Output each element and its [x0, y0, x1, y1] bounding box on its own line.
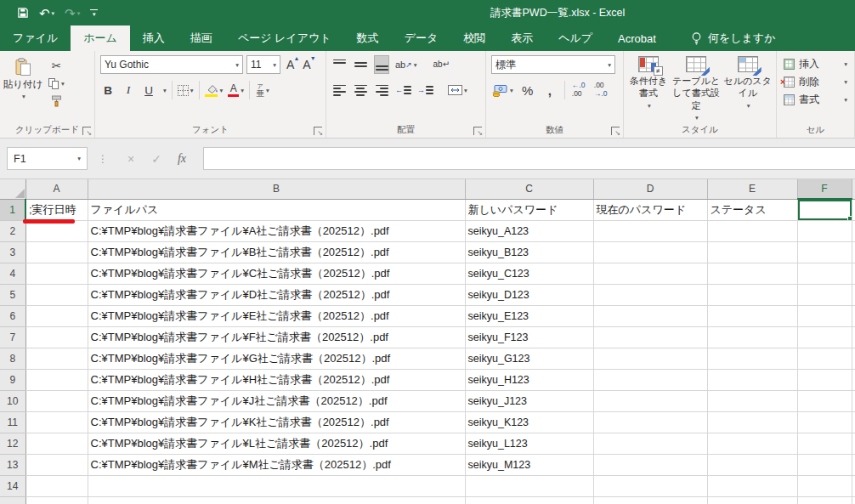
cell-C9[interactable]: seikyu_H123 [465, 369, 593, 390]
cell-E11[interactable] [707, 411, 797, 433]
number-format-select[interactable]: 標準▾ [491, 55, 615, 74]
cell-D9[interactable] [593, 369, 707, 390]
insert-cells-button[interactable]: 挿入 ▾ [779, 56, 852, 71]
font-name-select[interactable]: Yu Gothic▾ [100, 55, 243, 74]
cell-C7[interactable]: seikyu_F123 [465, 326, 593, 348]
cell-A3[interactable] [25, 241, 88, 263]
cell-D7[interactable] [593, 326, 707, 348]
row-header-2[interactable]: 2 [0, 220, 25, 241]
format-cells-button[interactable]: 書式 ▾ [779, 92, 852, 107]
cell-F12[interactable] [797, 433, 852, 454]
decrease-font-size-button[interactable]: A▼ [300, 58, 313, 71]
cell-B3[interactable]: C:¥TMP¥blog¥請求書ファイル¥B社ご請求書（202512）.pdf [88, 241, 465, 263]
tab-file[interactable]: ファイル [0, 25, 71, 51]
cell-F10[interactable] [797, 390, 852, 411]
cell-F6[interactable] [797, 305, 852, 326]
cell-E12[interactable] [707, 433, 797, 454]
cell-C11[interactable]: seikyu_K123 [465, 411, 593, 433]
chevron-down-icon[interactable]: ▾ [52, 10, 55, 16]
fill-handle[interactable] [847, 216, 852, 221]
cell-E2[interactable] [707, 220, 797, 241]
cell-C12[interactable]: seikyu_L123 [465, 433, 593, 454]
tab-page-layout[interactable]: ページ レイアウト [225, 25, 344, 51]
cell-F5[interactable] [797, 284, 852, 305]
cell-B1[interactable]: ファイルパス [88, 199, 465, 220]
font-color-button[interactable]: A▾ [228, 81, 244, 99]
chevron-down-icon[interactable]: ▾ [163, 87, 167, 94]
cell-C14[interactable] [465, 475, 593, 496]
cell-D10[interactable] [593, 390, 707, 411]
cell-B6[interactable]: C:¥TMP¥blog¥請求書ファイル¥E社ご請求書（202512）.pdf [88, 305, 465, 326]
cell-B15-partial[interactable] [88, 496, 465, 504]
cell-F7[interactable] [797, 326, 852, 348]
cell-A8[interactable] [25, 348, 88, 369]
cell-E1[interactable]: ステータス [707, 199, 797, 220]
column-header-D[interactable]: D [593, 179, 707, 199]
cell-F2[interactable] [797, 220, 852, 241]
cell-E9[interactable] [707, 369, 797, 390]
cell-A6[interactable] [25, 305, 88, 326]
cell-D2[interactable] [593, 220, 707, 241]
cell-A11[interactable] [25, 411, 88, 433]
cell-C13[interactable]: seikyu_M123 [465, 454, 593, 475]
tab-formulas[interactable]: 数式 [344, 25, 392, 51]
cell-A15-partial[interactable] [25, 496, 88, 504]
align-left-button[interactable] [331, 81, 347, 99]
chevron-down-icon[interactable]: ▾ [220, 87, 224, 94]
cell-C5[interactable]: seikyu_D123 [465, 284, 593, 305]
cell-C8[interactable]: seikyu_G123 [465, 348, 593, 369]
orientation-button[interactable]: ab↗▾ [395, 55, 417, 74]
row-header-4[interactable]: 4 [0, 263, 25, 284]
column-header-A[interactable]: A [25, 179, 88, 199]
cell-A2[interactable] [25, 220, 88, 241]
cell-B11[interactable]: C:¥TMP¥blog¥請求書ファイル¥K社ご請求書（202512）.pdf [88, 411, 465, 433]
chevron-down-icon[interactable]: ▾ [414, 61, 417, 69]
cell-B12[interactable]: C:¥TMP¥blog¥請求書ファイル¥L社ご請求書（202512）.pdf [88, 433, 465, 454]
cell-C1[interactable]: 新しいパスワード [465, 199, 593, 220]
align-bottom-button[interactable] [374, 55, 389, 74]
increase-font-size-button[interactable]: A▲ [284, 58, 297, 71]
cell-B5[interactable]: C:¥TMP¥blog¥請求書ファイル¥D社ご請求書（202512）.pdf [88, 284, 465, 305]
tab-help[interactable]: ヘルプ [546, 25, 605, 51]
cell-A7[interactable] [25, 326, 88, 348]
cell-C15-partial[interactable] [465, 496, 593, 504]
row-header-11[interactable]: 11 [0, 411, 25, 433]
chevron-down-icon[interactable]: ▾ [190, 87, 194, 94]
cell-B7[interactable]: C:¥TMP¥blog¥請求書ファイル¥F社ご請求書（202512）.pdf [88, 326, 465, 348]
percent-style-button[interactable]: % [520, 81, 535, 99]
row-header-15-partial[interactable] [0, 496, 25, 504]
cell-A14[interactable] [25, 475, 88, 496]
cell-B8[interactable]: C:¥TMP¥blog¥請求書ファイル¥G社ご請求書（202512）.pdf [88, 348, 465, 369]
tab-review[interactable]: 校閲 [450, 25, 498, 51]
row-header-13[interactable]: 13 [0, 454, 25, 475]
cell-E5[interactable] [707, 284, 797, 305]
chevron-down-icon[interactable]: ▾ [844, 60, 847, 68]
cell-F3[interactable] [797, 241, 852, 263]
cell-D12[interactable] [593, 433, 707, 454]
comma-style-button[interactable]: , [542, 81, 558, 99]
row-header-7[interactable]: 7 [0, 326, 25, 348]
cell-D11[interactable] [593, 411, 707, 433]
cell-E7[interactable] [707, 326, 797, 348]
column-header-B[interactable]: B [88, 179, 465, 199]
chevron-down-icon[interactable]: ▾ [22, 93, 25, 100]
select-all-corner[interactable] [0, 179, 25, 199]
cell-C4[interactable]: seikyu_C123 [465, 263, 593, 284]
borders-button[interactable]: ▾ [178, 81, 194, 99]
column-header-E[interactable]: E [707, 179, 797, 199]
cell-E6[interactable] [707, 305, 797, 326]
underline-button[interactable]: U [141, 81, 156, 99]
accounting-format-button[interactable]: ▾ [491, 81, 513, 99]
cell-B2[interactable]: C:¥TMP¥blog¥請求書ファイル¥A社ご請求書（202512）.pdf [88, 220, 465, 241]
row-header-8[interactable]: 8 [0, 348, 25, 369]
font-dialog-launcher[interactable]: ↘ [314, 127, 322, 135]
chevron-down-icon[interactable]: ▾ [510, 87, 513, 94]
cell-A5[interactable] [25, 284, 88, 305]
cell-D14[interactable] [593, 475, 707, 496]
cell-E10[interactable] [707, 390, 797, 411]
cell-F4[interactable] [797, 263, 852, 284]
cell-C6[interactable]: seikyu_E123 [465, 305, 593, 326]
cell-styles-button[interactable]: セルのスタイル ▾ [722, 56, 773, 124]
cell-D4[interactable] [593, 263, 707, 284]
italic-button[interactable]: I [121, 81, 136, 99]
